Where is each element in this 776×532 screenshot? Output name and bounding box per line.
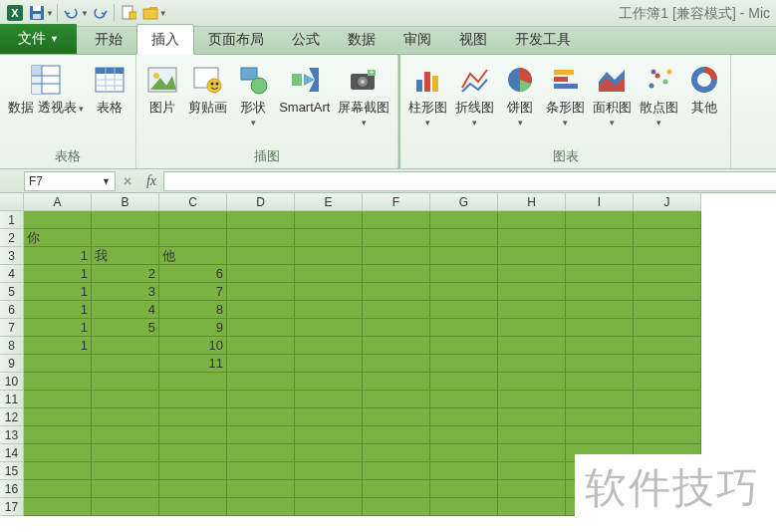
qat-customize-icon[interactable]: ▼ — [159, 9, 167, 18]
row-header[interactable]: 17 — [0, 498, 24, 516]
cell[interactable] — [363, 426, 430, 444]
cell[interactable]: 1 — [24, 247, 92, 265]
cell[interactable] — [634, 391, 701, 408]
row-header[interactable]: 15 — [0, 462, 24, 480]
cell[interactable] — [498, 462, 566, 480]
cell[interactable] — [498, 498, 566, 516]
cell[interactable] — [430, 319, 498, 337]
cell[interactable]: 你 — [24, 229, 92, 247]
cell[interactable] — [430, 247, 498, 265]
select-all-corner[interactable] — [0, 193, 24, 211]
cell[interactable] — [24, 426, 92, 444]
cell[interactable] — [634, 247, 701, 265]
cell[interactable] — [24, 355, 92, 373]
cell[interactable] — [227, 229, 295, 247]
tab-review[interactable]: 审阅 — [389, 25, 445, 54]
cell[interactable] — [227, 211, 295, 229]
cell[interactable] — [634, 337, 701, 355]
cell[interactable] — [634, 301, 701, 319]
cell[interactable]: 2 — [92, 265, 159, 283]
cell[interactable] — [24, 462, 92, 480]
cell[interactable] — [24, 498, 92, 516]
cell[interactable] — [24, 211, 92, 229]
cell[interactable] — [24, 408, 92, 426]
cell[interactable] — [295, 229, 363, 247]
cell[interactable]: 3 — [92, 283, 159, 301]
column-header[interactable]: J — [634, 193, 701, 211]
cell[interactable]: 1 — [24, 337, 92, 355]
cell[interactable] — [634, 319, 701, 337]
row-header[interactable]: 2 — [0, 229, 24, 247]
cell[interactable] — [24, 480, 92, 498]
cell[interactable] — [498, 337, 566, 355]
cell[interactable] — [363, 462, 430, 480]
cell[interactable] — [634, 373, 701, 391]
cell[interactable] — [430, 265, 498, 283]
cell[interactable] — [92, 337, 159, 355]
cell[interactable] — [430, 444, 498, 462]
cell[interactable] — [430, 498, 498, 516]
column-header[interactable]: G — [430, 193, 498, 211]
row-header[interactable]: 11 — [0, 391, 24, 408]
save-dropdown-icon[interactable]: ▼ — [46, 9, 54, 18]
cell[interactable] — [634, 408, 701, 426]
cell[interactable] — [363, 480, 430, 498]
row-header[interactable]: 7 — [0, 319, 24, 337]
cell[interactable] — [92, 211, 159, 229]
bar-chart-button[interactable]: 条形图▾ — [542, 61, 589, 132]
cell[interactable] — [498, 211, 566, 229]
cell[interactable] — [227, 426, 295, 444]
cell[interactable] — [634, 229, 701, 247]
cell[interactable] — [295, 247, 363, 265]
cell[interactable]: 1 — [24, 301, 92, 319]
area-chart-button[interactable]: 面积图▾ — [589, 61, 636, 132]
save-icon[interactable] — [27, 3, 47, 23]
cell[interactable] — [295, 319, 363, 337]
row-header[interactable]: 1 — [0, 211, 24, 229]
cell[interactable] — [363, 265, 430, 283]
cell[interactable] — [363, 373, 430, 391]
cell[interactable]: 10 — [159, 337, 227, 355]
cell[interactable] — [159, 462, 227, 480]
tab-insert[interactable]: 插入 — [136, 24, 194, 55]
cell[interactable]: 6 — [159, 265, 227, 283]
cell[interactable] — [295, 408, 363, 426]
cell[interactable] — [498, 391, 566, 408]
tab-formulas[interactable]: 公式 — [278, 25, 334, 54]
namebox-dropdown-icon[interactable]: ▼ — [102, 176, 111, 186]
cell[interactable]: 5 — [92, 319, 159, 337]
cell[interactable] — [566, 337, 634, 355]
name-box[interactable]: F7▼ — [24, 171, 116, 191]
cell[interactable] — [430, 408, 498, 426]
cell[interactable] — [498, 265, 566, 283]
cell[interactable] — [227, 319, 295, 337]
cell[interactable]: 9 — [159, 319, 227, 337]
cell[interactable] — [430, 355, 498, 373]
cell[interactable] — [24, 391, 92, 408]
cell[interactable] — [430, 283, 498, 301]
column-header[interactable]: E — [295, 193, 363, 211]
cell[interactable] — [92, 498, 159, 516]
pie-chart-button[interactable]: 饼图▾ — [498, 61, 542, 132]
cell[interactable] — [227, 408, 295, 426]
cell[interactable] — [634, 265, 701, 283]
cell[interactable] — [159, 229, 227, 247]
excel-app-icon[interactable]: X — [5, 3, 25, 23]
cell[interactable] — [227, 265, 295, 283]
cell[interactable] — [92, 229, 159, 247]
cell[interactable] — [430, 337, 498, 355]
screenshot-button[interactable]: + 屏幕截图▾ — [334, 61, 393, 132]
undo-dropdown-icon[interactable]: ▼ — [81, 9, 89, 18]
cell[interactable] — [430, 301, 498, 319]
cell[interactable] — [498, 480, 566, 498]
cell[interactable] — [24, 444, 92, 462]
cell[interactable] — [498, 229, 566, 247]
cell[interactable] — [92, 426, 159, 444]
cell[interactable] — [363, 498, 430, 516]
cell[interactable] — [498, 247, 566, 265]
cell[interactable] — [566, 247, 634, 265]
cell[interactable] — [227, 498, 295, 516]
cell[interactable] — [159, 408, 227, 426]
table-button[interactable]: 表格 — [88, 61, 131, 117]
column-header[interactable]: H — [498, 193, 566, 211]
